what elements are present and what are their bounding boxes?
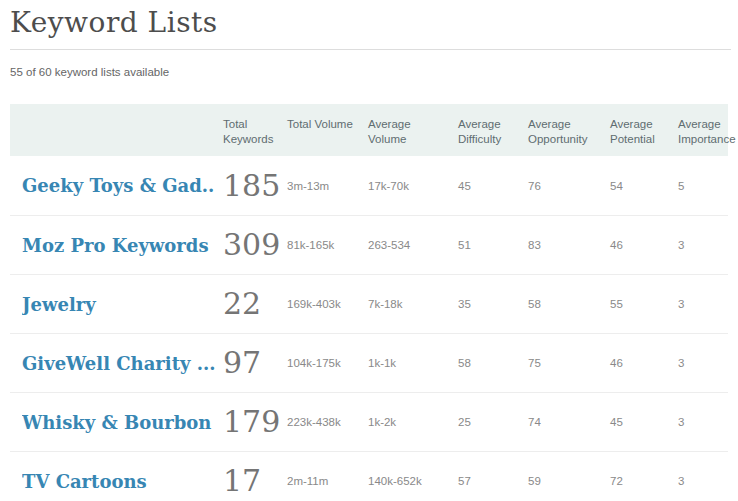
average-potential-value: 46	[610, 239, 678, 251]
average-opportunity-value: 76	[528, 180, 610, 192]
average-importance-value: 3	[678, 357, 728, 369]
column-header-average-opportunity: Average Opportunity	[528, 117, 610, 147]
average-volume-value: 1k-1k	[368, 357, 458, 369]
title-divider	[10, 49, 731, 50]
keyword-lists-table: Total Keywords Total Volume Average Volu…	[10, 104, 728, 501]
average-potential-value: 55	[610, 298, 678, 310]
keyword-list-name-link[interactable]: Whisky & Bourbon	[22, 412, 223, 433]
average-difficulty-value: 45	[458, 180, 528, 192]
keyword-list-row: TV Cartoons 17 2m-11m 140k-652k 57 59 72…	[10, 451, 728, 501]
keyword-list-name-link[interactable]: Jewelry	[22, 294, 223, 315]
average-difficulty-value: 35	[458, 298, 528, 310]
total-volume-value: 223k-438k	[287, 416, 368, 428]
average-potential-value: 72	[610, 475, 678, 487]
page-title: Keyword Lists	[10, 6, 738, 39]
average-opportunity-value: 83	[528, 239, 610, 251]
column-header-average-importance: Average Importance	[678, 117, 738, 147]
lists-available-count: 55 of 60 keyword lists available	[10, 66, 738, 78]
keyword-list-row: Jewelry 22 169k-403k 7k-18k 35 58 55 3	[10, 274, 728, 333]
average-difficulty-value: 25	[458, 416, 528, 428]
column-header-total-keywords: Total Keywords	[223, 117, 287, 147]
total-volume-value: 81k-165k	[287, 239, 368, 251]
keyword-list-name-link[interactable]: Geeky Toys & Gad..	[22, 175, 223, 196]
average-difficulty-value: 51	[458, 239, 528, 251]
average-importance-value: 3	[678, 475, 728, 487]
keyword-list-name-link[interactable]: GiveWell Charity ...	[22, 353, 223, 374]
average-volume-value: 263-534	[368, 239, 458, 251]
total-volume-value: 2m-11m	[287, 475, 368, 487]
average-difficulty-value: 57	[458, 475, 528, 487]
table-header-row: Total Keywords Total Volume Average Volu…	[10, 104, 728, 156]
average-importance-value: 5	[678, 180, 728, 192]
column-header-average-volume: Average Volume	[368, 117, 458, 147]
total-keywords-value: 17	[223, 466, 287, 496]
total-keywords-value: 22	[223, 289, 287, 319]
average-potential-value: 54	[610, 180, 678, 192]
total-volume-value: 104k-175k	[287, 357, 368, 369]
keyword-list-row: Whisky & Bourbon 179 223k-438k 1k-2k 25 …	[10, 392, 728, 451]
total-keywords-value: 185	[223, 171, 287, 201]
keyword-list-row: Geeky Toys & Gad.. 185 3m-13m 17k-70k 45…	[10, 156, 728, 215]
total-keywords-value: 179	[223, 407, 287, 437]
keyword-lists-page: Keyword Lists 55 of 60 keyword lists ava…	[0, 6, 738, 501]
keyword-list-row: Moz Pro Keywords 309 81k-165k 263-534 51…	[10, 215, 728, 274]
average-opportunity-value: 58	[528, 298, 610, 310]
average-volume-value: 1k-2k	[368, 416, 458, 428]
column-header-total-volume: Total Volume	[287, 117, 368, 132]
average-opportunity-value: 74	[528, 416, 610, 428]
keyword-list-name-link[interactable]: TV Cartoons	[22, 471, 223, 492]
average-importance-value: 3	[678, 239, 728, 251]
average-volume-value: 140k-652k	[368, 475, 458, 487]
average-potential-value: 46	[610, 357, 678, 369]
average-importance-value: 3	[678, 416, 728, 428]
total-volume-value: 169k-403k	[287, 298, 368, 310]
average-opportunity-value: 75	[528, 357, 610, 369]
average-opportunity-value: 59	[528, 475, 610, 487]
total-volume-value: 3m-13m	[287, 180, 368, 192]
average-potential-value: 45	[610, 416, 678, 428]
keyword-list-name-link[interactable]: Moz Pro Keywords	[22, 235, 223, 256]
average-volume-value: 17k-70k	[368, 180, 458, 192]
total-keywords-value: 309	[223, 230, 287, 260]
average-difficulty-value: 58	[458, 357, 528, 369]
average-volume-value: 7k-18k	[368, 298, 458, 310]
column-header-average-difficulty: Average Difficulty	[458, 117, 528, 147]
average-importance-value: 3	[678, 298, 728, 310]
keyword-list-row: GiveWell Charity ... 97 104k-175k 1k-1k …	[10, 333, 728, 392]
total-keywords-value: 97	[223, 348, 287, 378]
column-header-average-potential: Average Potential	[610, 117, 678, 147]
